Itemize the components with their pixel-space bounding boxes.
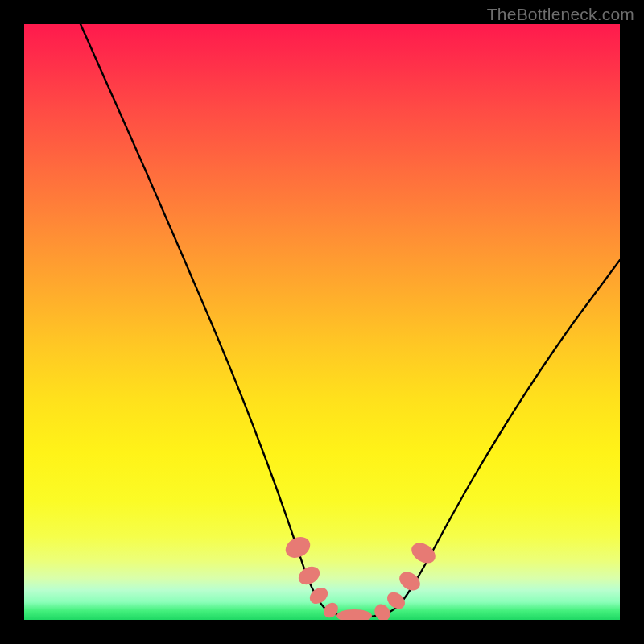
- chart-svg: [24, 24, 620, 620]
- curve-layer: [80, 24, 620, 617]
- valley-marker-8: [408, 539, 440, 568]
- curve-left-branch: [80, 24, 370, 617]
- valley-marker-2: [307, 584, 331, 608]
- marker-layer: [282, 533, 439, 620]
- watermark-text: TheBottleneck.com: [487, 5, 634, 24]
- curve-right-branch: [370, 260, 620, 617]
- chart-plot-area: [24, 24, 620, 620]
- chart-frame: TheBottleneck.com: [0, 0, 644, 644]
- valley-marker-4: [336, 609, 372, 620]
- valley-marker-0: [282, 533, 314, 562]
- valley-marker-1: [295, 563, 323, 588]
